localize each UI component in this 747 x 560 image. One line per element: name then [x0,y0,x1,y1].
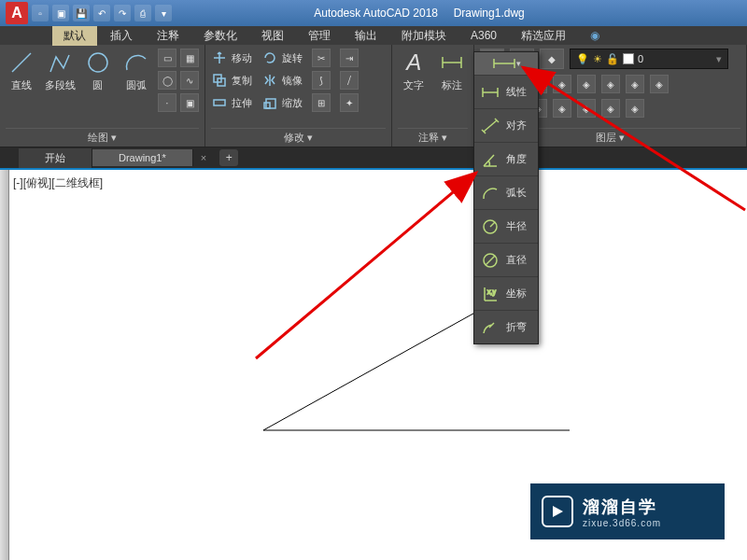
flyout-header[interactable]: ▾ [474,52,538,75]
dim-jogged[interactable]: 折弯 [474,310,538,343]
layer-btn-8[interactable]: ◈ [650,75,669,93]
tab-parametric[interactable]: 参数化 [192,26,248,46]
qat-undo-icon[interactable]: ↶ [93,5,110,21]
layer-dropdown[interactable]: 💡 ☀ 🔓 0 ▾ [570,49,728,69]
mirror-button[interactable]: 镜像 [261,71,303,90]
tab-featured[interactable]: 精选应用 [510,26,577,46]
layer-state-icon[interactable]: ◆ [540,49,564,69]
move-button[interactable]: 移动 [211,49,252,67]
dim-ordinate[interactable]: x,y 坐标 [474,276,538,310]
layer-btn-15[interactable]: ◈ [626,99,644,118]
svg-line-23 [490,222,495,227]
region-icon[interactable]: ▣ [180,93,199,112]
polyline-button[interactable]: 多段线 [44,49,77,92]
sun-icon: ☀ [593,53,602,65]
dimension-flyout: ▾ 线性 对齐 角度 弧长 半径 直径 x,y 坐标 折弯 [473,51,539,344]
dimension-button[interactable]: 标注 [436,49,469,92]
extend-icon[interactable]: ⇥ [340,49,359,67]
bulb-icon: 💡 [576,53,589,65]
svg-point-1 [89,53,107,72]
ellipse-icon[interactable]: ◯ [158,71,176,90]
svg-rect-5 [264,103,270,108]
scale-button[interactable]: 缩放 [261,93,303,112]
watermark-url: zixue.3d66.com [583,518,661,528]
tab-start[interactable]: 开始 [19,148,92,168]
dim-linear[interactable]: 线性 [474,75,538,108]
tab-output[interactable]: 输出 [344,26,388,46]
close-tab-icon[interactable]: × [193,152,214,163]
svg-line-25 [486,256,495,265]
qat-print-icon[interactable]: ⎙ [134,5,151,21]
lock-icon: 🔓 [606,53,619,65]
panel-draw: 直线 多段线 圆 圆弧 ▭ ▦ ◯ ∿ [0,45,205,147]
qat-new-icon[interactable]: ▫ [32,5,49,21]
spline-icon[interactable]: ∿ [180,71,199,90]
qat-redo-icon[interactable]: ↷ [114,5,131,21]
stretch-button[interactable]: 拉伸 [211,93,252,112]
hatch-icon[interactable]: ▦ [180,49,199,67]
text-button[interactable]: A 文字 [398,49,430,92]
color-swatch [623,53,634,64]
explode-icon[interactable]: ✦ [340,93,359,112]
dim-angular[interactable]: 角度 [474,142,538,175]
new-tab-icon[interactable]: + [219,149,238,166]
rotate-button[interactable]: 旋转 [261,49,303,67]
layer-btn-4[interactable]: ◈ [553,75,571,93]
tab-default[interactable]: 默认 [52,26,97,46]
svg-rect-6 [266,99,275,108]
array-icon[interactable]: ⊞ [312,93,331,112]
layer-btn-12[interactable]: ◈ [553,99,571,118]
panel-title-annotate[interactable]: 注释 ▾ [398,128,468,147]
svg-line-19 [484,120,497,132]
tab-manage[interactable]: 管理 [297,26,342,46]
chamfer-icon[interactable]: ⧸ [340,71,359,90]
tab-insert[interactable]: 插入 [99,26,144,46]
copy-button[interactable]: 复制 [211,71,252,90]
layer-btn-7[interactable]: ◈ [626,75,644,93]
dim-aligned[interactable]: 对齐 [474,108,538,142]
layer-btn-6[interactable]: ◈ [601,75,620,93]
tab-view[interactable]: 视图 [250,26,295,46]
tab-addins[interactable]: 附加模块 [390,26,458,46]
line-button[interactable]: 直线 [6,49,38,92]
panel-title-modify[interactable]: 修改 ▾ [211,128,386,147]
qat-save-icon[interactable]: 💾 [73,5,90,21]
file-tabs: 开始 Drawing1* × + [0,147,747,170]
play-icon [542,496,573,527]
panel-modify: 移动 旋转 ✂ ⇥ 复制 镜像 ⟆ ⧸ 拉伸 缩放 ⊞ ✦ 修改 ▾ [205,45,392,147]
dim-radius[interactable]: 半径 [474,209,538,243]
ribbon-tabs: 默认 插入 注释 参数化 视图 管理 输出 附加模块 A360 精选应用 ◉ [0,26,747,45]
svg-marker-32 [553,506,563,517]
panel-title-draw[interactable]: 绘图 ▾ [6,128,199,147]
tab-annotate[interactable]: 注释 [146,26,190,46]
fillet-icon[interactable]: ⟆ [312,71,331,90]
arc-button[interactable]: 圆弧 [120,49,152,92]
tab-a360[interactable]: A360 [459,27,508,44]
dim-diameter[interactable]: 直径 [474,243,538,276]
qat-open-icon[interactable]: ▣ [52,5,69,21]
layer-btn-5[interactable]: ◈ [577,75,596,93]
dim-arc[interactable]: 弧长 [474,175,538,209]
quick-access-toolbar: A ▫ ▣ 💾 ↶ ↷ ⎙ ▾ [6,2,172,24]
svg-line-0 [12,53,31,72]
title-bar: A ▫ ▣ 💾 ↶ ↷ ⎙ ▾ Autodesk AutoCAD 2018 Dr… [0,0,747,26]
layer-btn-14[interactable]: ◈ [601,99,620,118]
point-icon[interactable]: · [158,93,176,112]
watermark: 溜溜自学 zixue.3d66.com [530,483,725,539]
qat-more-icon[interactable]: ▾ [155,5,172,21]
circle-button[interactable]: 圆 [82,49,115,92]
svg-text:x,y: x,y [487,288,496,296]
tab-help-icon[interactable]: ◉ [579,27,611,44]
trim-icon[interactable]: ✂ [312,49,331,67]
layer-btn-13[interactable]: ◈ [577,99,596,118]
panel-annotate: A 文字 标注 注释 ▾ [392,45,474,147]
svg-rect-4 [214,100,225,105]
watermark-title: 溜溜自学 [583,496,661,518]
layer-name: 0 [638,53,643,64]
tab-drawing1[interactable]: Drawing1* [92,149,193,166]
rect-icon[interactable]: ▭ [158,49,176,67]
app-logo[interactable]: A [6,2,28,24]
window-title: Autodesk AutoCAD 2018 Drawing1.dwg [172,7,667,20]
ribbon: 直线 多段线 圆 圆弧 ▭ ▦ ◯ ∿ [0,45,747,147]
